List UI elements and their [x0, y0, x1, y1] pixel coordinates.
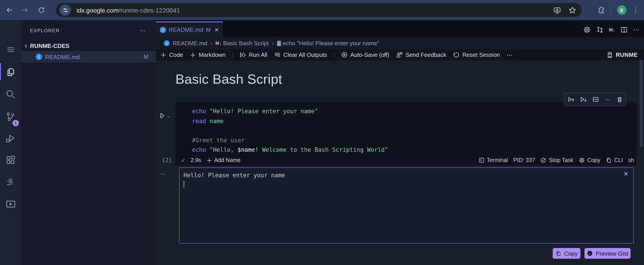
output-more-actions[interactable]: ⋯ — [160, 170, 166, 177]
plus-icon — [160, 52, 166, 58]
editor-scrollbar-thumb[interactable] — [640, 60, 643, 147]
run-all-button[interactable]: Run All — [240, 52, 267, 58]
log-list-icon — [5, 177, 16, 187]
toolbar-separator — [232, 52, 233, 58]
copy-icon — [606, 157, 612, 164]
chevron-expand-icon: ∨ — [24, 43, 28, 49]
reset-session-button[interactable]: Reset Session — [453, 52, 500, 58]
extensions-puzzle-icon[interactable] — [596, 6, 605, 14]
send-feedback-button[interactable]: Send Feedback — [396, 52, 446, 58]
pid-label: PID: 337 — [513, 157, 535, 164]
file-icon — [277, 40, 281, 46]
activity-item-runme[interactable] — [0, 196, 21, 213]
url-path: /runme-cdes-1220041 — [118, 6, 180, 14]
activity-item-run-debug[interactable] — [0, 130, 21, 147]
autosave-icon — [341, 52, 348, 58]
browser-refresh-button[interactable] — [35, 4, 48, 16]
activity-item-source-control[interactable]: 1 — [0, 108, 21, 125]
source-control-icon — [5, 111, 16, 122]
profile-avatar[interactable]: E — [617, 5, 626, 15]
copy-output-button[interactable]: Copy — [553, 248, 580, 259]
runme-brand[interactable]: RUNME — [606, 49, 638, 60]
explorer-more-actions[interactable]: ⋯ — [140, 26, 146, 35]
close-output-icon[interactable]: ✕ — [624, 170, 628, 177]
browser-back-button[interactable] — [3, 4, 15, 16]
explorer-header: EXPLORER — [30, 26, 60, 35]
run-below-icon[interactable] — [580, 96, 587, 103]
run-cell-button[interactable]: ⌄ — [159, 112, 170, 119]
cell-hover-toolbar: ⋯ — [564, 93, 626, 106]
scm-badge: 1 — [12, 120, 19, 126]
add-markdown-cell-button[interactable]: Markdown — [190, 52, 226, 58]
code-line[interactable]: echo "Hello! Please enter your name" — [192, 106, 388, 116]
play-box-icon — [5, 199, 16, 210]
plus-icon — [206, 157, 212, 163]
swap-compare-icon[interactable] — [596, 26, 604, 33]
menu-button[interactable] — [0, 41, 21, 58]
activity-item-search[interactable] — [0, 86, 21, 102]
delete-cell-icon[interactable] — [616, 96, 623, 103]
terminal-cursor — [184, 181, 184, 188]
code-line[interactable]: #Greet the user — [192, 136, 388, 145]
install-app-icon[interactable] — [553, 6, 561, 14]
code-line[interactable] — [192, 126, 388, 136]
tab-label: README.md — [169, 26, 204, 33]
code-line[interactable]: read name — [192, 116, 388, 126]
shell-type-label: sh — [628, 157, 634, 164]
run-above-icon[interactable] — [568, 96, 575, 103]
stop-icon — [540, 157, 547, 164]
workspace-root-row[interactable]: ∨ RUNME-CDES — [21, 41, 156, 51]
terminal-button[interactable]: Terminal — [478, 157, 508, 164]
split-editor-icon[interactable] — [620, 26, 628, 33]
tab-close-icon[interactable]: ✕ — [214, 27, 219, 33]
add-name-button[interactable]: Add Name — [206, 157, 240, 164]
autosave-toggle[interactable]: Auto-Save (off) — [341, 52, 389, 58]
split-cell-icon[interactable] — [592, 96, 600, 103]
chevron-down-icon[interactable]: ⌄ — [166, 113, 170, 118]
preview-gist-button[interactable]: Preview Gist — [584, 248, 630, 259]
breadcrumb-section[interactable]: M↓ Basic Bash Script — [216, 40, 269, 46]
clear-outputs-icon — [274, 52, 281, 58]
activity-item-explorer[interactable] — [0, 63, 21, 80]
terminal-output[interactable]: Hello! Please enter your name ✕ — [179, 168, 634, 244]
file-name: README.md — [45, 54, 80, 60]
url-text[interactable]: idx.google.com/runme-cdes-1220041 — [76, 3, 180, 17]
tab-readme[interactable]: i README.md M ✕ — [156, 22, 223, 37]
file-row-readme[interactable]: i README.md M — [21, 51, 156, 63]
copy-cell-button[interactable]: CLI — [606, 157, 623, 164]
url-bar[interactable]: idx.google.com/runme-cdes-1220041 — [56, 3, 582, 17]
reset-icon — [453, 52, 460, 58]
play-icon — [159, 112, 166, 119]
editor-more-actions-icon[interactable]: ⋯ — [633, 26, 640, 33]
notebook-section-title: Basic Bash Script — [176, 72, 282, 87]
breadcrumb-file[interactable]: README.md — [173, 40, 208, 46]
browser-menu-icon[interactable]: ⋮ — [632, 6, 640, 14]
extensions-icon — [5, 155, 16, 165]
stop-task-button[interactable]: Stop Task — [540, 157, 573, 164]
configure-button[interactable]: Copy — [579, 157, 600, 164]
hamburger-icon — [6, 45, 15, 54]
activity-item-extensions[interactable] — [0, 151, 21, 168]
tab-modified-badge: M — [206, 27, 210, 33]
activity-item-task-list[interactable] — [0, 174, 21, 191]
info-icon: i — [164, 40, 170, 46]
code-line[interactable]: echo "Hello, $name! Welcome to the Bash … — [192, 145, 388, 155]
cell-more-actions-icon[interactable]: ⋯ — [605, 96, 611, 103]
clear-all-outputs-button[interactable]: Clear All Outputs — [274, 52, 327, 58]
cell-duration: 2.9s — [191, 157, 201, 164]
toolbar-more-icon[interactable]: ⋯ — [506, 51, 513, 58]
bookmark-star-icon[interactable] — [568, 6, 576, 14]
activity-bar: 1 — [0, 20, 21, 265]
chrome-separator — [611, 6, 611, 14]
toolbar-separator — [334, 52, 334, 58]
tune-icon — [62, 7, 68, 13]
markdown-preview-icon[interactable]: M↓ — [609, 27, 615, 32]
idx-workbench: idx.google.com/runme-cdes-1220041 E ⋮ — [0, 0, 644, 265]
terminal-output-text: Hello! Please enter your name — [184, 170, 285, 180]
site-settings-button[interactable] — [60, 4, 71, 16]
code-lines[interactable]: echo "Hello! Please enter your name"read… — [192, 106, 388, 155]
settings-gear-icon[interactable] — [583, 26, 590, 33]
browser-forward-button[interactable] — [19, 4, 31, 16]
add-code-cell-button[interactable]: Code — [160, 52, 183, 58]
breadcrumb-cell[interactable]: echo "Hello! Please enter your name" — [277, 40, 379, 46]
